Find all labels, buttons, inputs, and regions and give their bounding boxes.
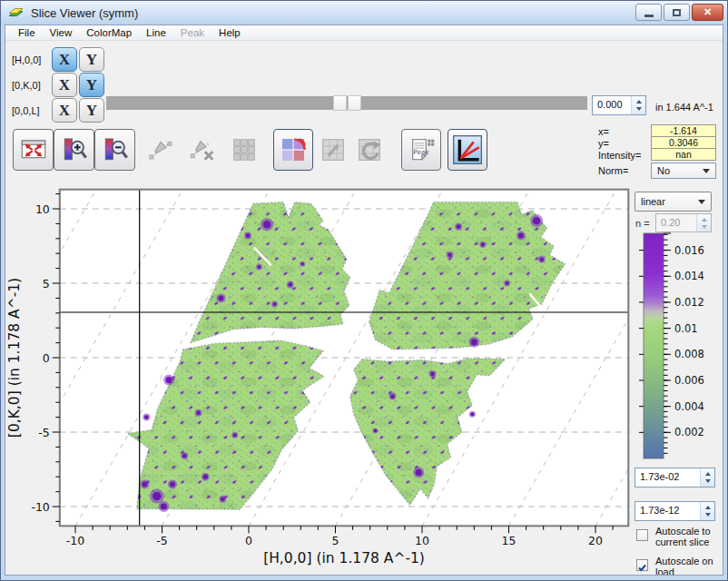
svg-text:0.004: 0.004 — [674, 400, 704, 413]
svg-text:15: 15 — [502, 534, 516, 547]
minimize-icon — [644, 15, 654, 17]
dim-0-y-button[interactable]: Y — [79, 47, 104, 72]
snap-grid-button — [223, 129, 264, 171]
spinner-arrows-icon[interactable] — [700, 468, 714, 487]
chevron-down-icon — [703, 169, 710, 177]
colorbar-container[interactable]: 0.0160.0140.0120.010.0080.0060.0040.002 — [631, 228, 723, 469]
menu-bar: FileViewColorMapLinePeakHelp — [5, 25, 723, 41]
autoscale-load-label: Autoscale on load — [655, 556, 723, 576]
colorbar-min-value: 1.73e-12 — [635, 502, 700, 520]
snap-grid-icon — [230, 135, 259, 164]
svg-text:0.008: 0.008 — [674, 348, 704, 360]
x-axis-title: [H,0,0] (in 1.178 A^-1) — [263, 550, 425, 566]
svg-text:0: 0 — [245, 534, 252, 547]
slice-slider-handle[interactable] — [333, 95, 347, 111]
menu-peak: Peak — [173, 25, 212, 40]
refresh-rebin-button — [351, 129, 388, 171]
svg-text:0.01: 0.01 — [674, 322, 698, 335]
colorbar-min-spinbox[interactable]: 1.73e-12 — [635, 501, 715, 521]
slice-point-spinbox[interactable]: 0.000 — [592, 95, 646, 115]
svg-text:-5: -5 — [38, 426, 49, 439]
maximize-button[interactable] — [664, 4, 690, 21]
spinner-arrows-icon[interactable] — [631, 96, 645, 114]
draw-line-icon — [146, 135, 175, 164]
scale-type-value: linear — [641, 196, 665, 207]
window-title: Slice Viewer (symm) — [31, 6, 138, 20]
peaks-overlay-icon: Peak — [407, 135, 436, 164]
colorbar-zoom-in-button[interactable] — [54, 129, 94, 171]
zoom-to-fit-icon — [19, 135, 48, 164]
svg-text:5: 5 — [43, 277, 50, 290]
title-bar[interactable]: Slice Viewer (symm) ✕ — [1, 1, 727, 25]
svg-text:-10: -10 — [66, 534, 84, 547]
colorbar-max-value: 1.73e-02 — [635, 468, 700, 487]
svg-text:5: 5 — [332, 534, 339, 547]
readout-y-value: 0.3046 — [651, 136, 716, 149]
plot-canvas[interactable]: -10-505101520-10-50510[H,0,0] (in 1.178 … — [5, 177, 639, 576]
minimize-button[interactable] — [635, 4, 662, 21]
svg-text:-5: -5 — [156, 534, 167, 547]
svg-text:0.002: 0.002 — [674, 426, 704, 438]
svg-text:0: 0 — [43, 351, 50, 365]
svg-text:-10: -10 — [31, 500, 49, 514]
slice-slider-handle[interactable] — [348, 95, 361, 111]
readout-intensity-value: nan — [651, 148, 716, 161]
readout-intensity-label: Intensity= — [598, 150, 641, 161]
svg-text:0.006: 0.006 — [674, 374, 704, 387]
readout-y-label: y= — [598, 138, 609, 149]
svg-text:10: 10 — [35, 202, 50, 216]
svg-text:0.014: 0.014 — [674, 270, 704, 282]
svg-text:10: 10 — [415, 534, 429, 547]
menu-help[interactable]: Help — [212, 25, 248, 40]
menu-line[interactable]: Line — [139, 25, 173, 40]
scale-type-select[interactable]: linear — [635, 192, 712, 212]
dim-2-y-button[interactable]: Y — [79, 98, 104, 123]
chevron-down-icon — [698, 200, 705, 208]
remove-line-icon — [188, 135, 217, 164]
menu-file[interactable]: File — [11, 25, 43, 40]
dim-0-x-button[interactable]: X — [52, 47, 77, 72]
autoscale-load-checkbox[interactable] — [636, 559, 648, 571]
close-button[interactable]: ✕ — [692, 4, 723, 21]
peaks-overlay-button[interactable]: Peak — [401, 129, 441, 171]
maximize-icon — [673, 9, 681, 16]
dim-label-0: [H,0,0] — [12, 54, 41, 65]
dim-1-x-button[interactable]: X — [52, 73, 77, 97]
readout-x-value: -1.614 — [651, 124, 716, 137]
slice-units-label: in 1.644 A^-1 — [655, 102, 713, 113]
svg-text:Peak: Peak — [413, 148, 429, 156]
menu-colormap[interactable]: ColorMap — [79, 25, 139, 40]
dim-label-1: [0,K,0] — [12, 80, 41, 91]
slice-viewer-window: Slice Viewer (symm) ✕ FileViewColorMapLi… — [0, 0, 728, 581]
app-icon — [7, 5, 25, 21]
rebin-current-button — [315, 129, 351, 171]
close-icon: ✕ — [703, 6, 712, 18]
svg-text:0.012: 0.012 — [674, 296, 704, 309]
y-axis-title: [0,K,0] (in 1.178 A^-1) — [6, 278, 23, 438]
svg-text:20: 20 — [588, 534, 603, 547]
svg-text:0.016: 0.016 — [674, 244, 704, 257]
plot-container[interactable]: -10-505101520-10-50510[H,0,0] (in 1.178 … — [5, 177, 639, 576]
zoom-to-fit-button[interactable] — [13, 129, 54, 171]
slice-point-value: 0.000 — [593, 96, 631, 114]
nonorthogonal-axes-button[interactable] — [448, 129, 487, 171]
rebin-mode-button[interactable] — [273, 129, 313, 171]
colorbar-max-spinbox[interactable]: 1.73e-02 — [635, 468, 715, 487]
colorbar-zoom-out-icon — [101, 135, 130, 164]
colorbar[interactable]: 0.0160.0140.0120.010.0080.0060.0040.002 — [631, 228, 723, 466]
remove-line-button — [182, 129, 222, 171]
rebin-current-icon — [319, 135, 348, 164]
slice-slider[interactable] — [106, 96, 587, 110]
dim-2-x-button[interactable]: X — [52, 98, 77, 123]
colorbar-zoom-in-icon — [60, 135, 89, 164]
check-icon — [637, 563, 647, 573]
autoscale-slice-checkbox[interactable] — [636, 529, 648, 541]
menu-view[interactable]: View — [43, 25, 80, 40]
colorbar-zoom-out-button[interactable] — [94, 129, 135, 171]
norm-label: Norm= — [598, 165, 628, 176]
spinner-arrows-icon[interactable] — [700, 502, 714, 520]
norm-select[interactable]: No — [651, 162, 716, 179]
norm-select-value: No — [657, 165, 670, 176]
dim-1-y-button[interactable]: Y — [79, 73, 104, 97]
autoscale-slice-label: Autoscale to current slice — [655, 526, 723, 547]
